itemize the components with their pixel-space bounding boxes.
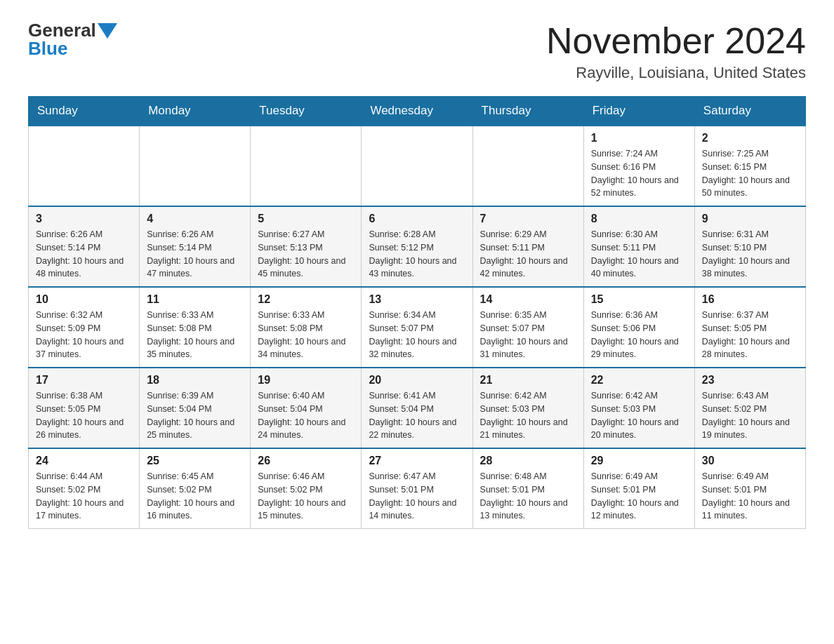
calendar-cell: 14Sunrise: 6:35 AM Sunset: 5:07 PM Dayli… [472, 287, 583, 368]
calendar-cell: 17Sunrise: 6:38 AM Sunset: 5:05 PM Dayli… [29, 368, 140, 448]
day-number: 10 [36, 293, 132, 306]
calendar-cell: 29Sunrise: 6:49 AM Sunset: 5:01 PM Dayli… [583, 448, 694, 529]
day-info: Sunrise: 6:36 AM Sunset: 5:06 PM Dayligh… [591, 309, 687, 361]
calendar-week-row: 1Sunrise: 7:24 AM Sunset: 6:16 PM Daylig… [29, 126, 806, 206]
calendar-cell: 24Sunrise: 6:44 AM Sunset: 5:02 PM Dayli… [29, 448, 140, 529]
day-info: Sunrise: 6:48 AM Sunset: 5:01 PM Dayligh… [480, 470, 576, 523]
calendar-cell: 9Sunrise: 6:31 AM Sunset: 5:10 PM Daylig… [694, 206, 805, 287]
day-number: 29 [591, 455, 687, 467]
day-info: Sunrise: 6:39 AM Sunset: 5:04 PM Dayligh… [147, 389, 243, 442]
logo-triangle-icon [98, 23, 117, 39]
day-number: 18 [147, 374, 243, 387]
logo-blue-text: Blue [28, 39, 67, 58]
day-number: 27 [369, 455, 465, 467]
calendar-cell: 27Sunrise: 6:47 AM Sunset: 5:01 PM Dayli… [362, 448, 472, 529]
calendar-cell: 3Sunrise: 6:26 AM Sunset: 5:14 PM Daylig… [29, 206, 140, 287]
day-number: 24 [36, 455, 132, 467]
day-info: Sunrise: 6:26 AM Sunset: 5:14 PM Dayligh… [36, 228, 132, 281]
calendar-cell: 6Sunrise: 6:28 AM Sunset: 5:12 PM Daylig… [362, 206, 472, 287]
day-info: Sunrise: 6:27 AM Sunset: 5:13 PM Dayligh… [258, 228, 354, 281]
day-number: 3 [36, 213, 132, 225]
calendar-cell: 4Sunrise: 6:26 AM Sunset: 5:14 PM Daylig… [140, 206, 251, 287]
day-info: Sunrise: 6:45 AM Sunset: 5:02 PM Dayligh… [147, 470, 243, 523]
day-number: 12 [258, 293, 354, 306]
calendar-header-tuesday: Tuesday [251, 97, 362, 126]
calendar-cell [251, 126, 362, 206]
day-info: Sunrise: 6:41 AM Sunset: 5:04 PM Dayligh… [369, 389, 465, 442]
calendar-cell: 8Sunrise: 6:30 AM Sunset: 5:11 PM Daylig… [583, 206, 694, 287]
calendar-cell [472, 126, 583, 206]
calendar-cell: 19Sunrise: 6:40 AM Sunset: 5:04 PM Dayli… [251, 368, 362, 448]
calendar-cell: 20Sunrise: 6:41 AM Sunset: 5:04 PM Dayli… [362, 368, 472, 448]
day-info: Sunrise: 6:47 AM Sunset: 5:01 PM Dayligh… [369, 470, 465, 523]
day-info: Sunrise: 6:35 AM Sunset: 5:07 PM Dayligh… [480, 309, 576, 361]
calendar-cell: 30Sunrise: 6:49 AM Sunset: 5:01 PM Dayli… [694, 448, 805, 529]
day-info: Sunrise: 6:31 AM Sunset: 5:10 PM Dayligh… [702, 228, 798, 281]
calendar-header-monday: Monday [140, 97, 251, 126]
day-number: 25 [147, 455, 243, 467]
title-block: November 2024 Rayville, Louisiana, Unite… [546, 21, 806, 82]
calendar-cell: 1Sunrise: 7:24 AM Sunset: 6:16 PM Daylig… [583, 126, 694, 206]
calendar-header-row: SundayMondayTuesdayWednesdayThursdayFrid… [29, 97, 806, 126]
calendar-cell: 25Sunrise: 6:45 AM Sunset: 5:02 PM Dayli… [140, 448, 251, 529]
calendar-cell: 12Sunrise: 6:33 AM Sunset: 5:08 PM Dayli… [251, 287, 362, 368]
page-title: November 2024 [546, 21, 806, 61]
svg-marker-0 [98, 23, 117, 39]
calendar-cell: 16Sunrise: 6:37 AM Sunset: 5:05 PM Dayli… [694, 287, 805, 368]
calendar-cell [362, 126, 472, 206]
day-number: 5 [258, 213, 354, 225]
day-info: Sunrise: 6:32 AM Sunset: 5:09 PM Dayligh… [36, 309, 132, 361]
calendar-cell: 5Sunrise: 6:27 AM Sunset: 5:13 PM Daylig… [251, 206, 362, 287]
calendar-cell: 18Sunrise: 6:39 AM Sunset: 5:04 PM Dayli… [140, 368, 251, 448]
day-number: 1 [591, 132, 687, 145]
day-number: 26 [258, 455, 354, 467]
day-info: Sunrise: 6:46 AM Sunset: 5:02 PM Dayligh… [258, 470, 354, 523]
day-info: Sunrise: 6:40 AM Sunset: 5:04 PM Dayligh… [258, 389, 354, 442]
calendar-cell: 15Sunrise: 6:36 AM Sunset: 5:06 PM Dayli… [583, 287, 694, 368]
calendar-header-wednesday: Wednesday [362, 97, 472, 126]
calendar-table: SundayMondayTuesdayWednesdayThursdayFrid… [28, 96, 806, 529]
calendar-week-row: 24Sunrise: 6:44 AM Sunset: 5:02 PM Dayli… [29, 448, 806, 529]
calendar-cell: 28Sunrise: 6:48 AM Sunset: 5:01 PM Dayli… [472, 448, 583, 529]
day-info: Sunrise: 6:38 AM Sunset: 5:05 PM Dayligh… [36, 389, 132, 442]
logo-general-text: General [28, 21, 96, 39]
day-info: Sunrise: 6:29 AM Sunset: 5:11 PM Dayligh… [480, 228, 576, 281]
day-info: Sunrise: 6:33 AM Sunset: 5:08 PM Dayligh… [258, 309, 354, 361]
day-number: 30 [702, 455, 798, 467]
day-number: 9 [702, 213, 798, 225]
day-info: Sunrise: 6:28 AM Sunset: 5:12 PM Dayligh… [369, 228, 465, 281]
day-number: 11 [147, 293, 243, 306]
calendar-week-row: 10Sunrise: 6:32 AM Sunset: 5:09 PM Dayli… [29, 287, 806, 368]
calendar-week-row: 17Sunrise: 6:38 AM Sunset: 5:05 PM Dayli… [29, 368, 806, 448]
day-number: 6 [369, 213, 465, 225]
day-number: 28 [480, 455, 576, 467]
day-info: Sunrise: 6:49 AM Sunset: 5:01 PM Dayligh… [591, 470, 687, 523]
day-info: Sunrise: 6:34 AM Sunset: 5:07 PM Dayligh… [369, 309, 465, 361]
day-number: 16 [702, 293, 798, 306]
calendar-header-thursday: Thursday [472, 97, 583, 126]
calendar-header-sunday: Sunday [29, 97, 140, 126]
calendar-cell [29, 126, 140, 206]
day-number: 15 [591, 293, 687, 306]
day-number: 17 [36, 374, 132, 387]
logo: General Blue [28, 21, 117, 58]
day-info: Sunrise: 6:30 AM Sunset: 5:11 PM Dayligh… [591, 228, 687, 281]
day-info: Sunrise: 6:26 AM Sunset: 5:14 PM Dayligh… [147, 228, 243, 281]
day-info: Sunrise: 6:33 AM Sunset: 5:08 PM Dayligh… [147, 309, 243, 361]
day-info: Sunrise: 6:37 AM Sunset: 5:05 PM Dayligh… [702, 309, 798, 361]
day-number: 22 [591, 374, 687, 387]
calendar-cell: 26Sunrise: 6:46 AM Sunset: 5:02 PM Dayli… [251, 448, 362, 529]
calendar-cell: 23Sunrise: 6:43 AM Sunset: 5:02 PM Dayli… [694, 368, 805, 448]
calendar-cell: 7Sunrise: 6:29 AM Sunset: 5:11 PM Daylig… [472, 206, 583, 287]
day-number: 21 [480, 374, 576, 387]
day-number: 7 [480, 213, 576, 225]
day-number: 14 [480, 293, 576, 306]
day-info: Sunrise: 7:24 AM Sunset: 6:16 PM Dayligh… [591, 147, 687, 200]
day-number: 13 [369, 293, 465, 306]
day-info: Sunrise: 6:43 AM Sunset: 5:02 PM Dayligh… [702, 389, 798, 442]
day-number: 2 [702, 132, 798, 145]
day-number: 20 [369, 374, 465, 387]
calendar-cell: 13Sunrise: 6:34 AM Sunset: 5:07 PM Dayli… [362, 287, 472, 368]
calendar-cell [140, 126, 251, 206]
day-info: Sunrise: 6:42 AM Sunset: 5:03 PM Dayligh… [591, 389, 687, 442]
